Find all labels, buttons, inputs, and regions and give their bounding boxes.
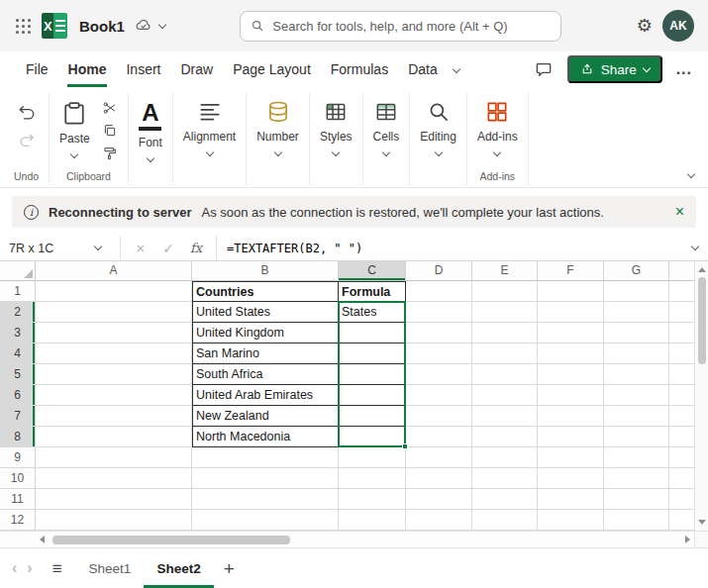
app-launcher-icon[interactable]: [14, 17, 32, 35]
editing-button[interactable]: Editing: [420, 97, 456, 155]
notification-close-icon[interactable]: ×: [675, 204, 684, 220]
cell-A11[interactable]: [36, 489, 192, 510]
cell-E2[interactable]: [472, 302, 538, 323]
cell-E5[interactable]: [472, 364, 538, 385]
cell-C11[interactable]: [339, 489, 406, 510]
cell-A1[interactable]: [36, 281, 192, 302]
scroll-down-arrow[interactable]: [698, 520, 706, 525]
cell-F9[interactable]: [538, 447, 604, 468]
cell-B2[interactable]: United States: [192, 302, 339, 323]
insert-function-button[interactable]: fx: [182, 241, 210, 255]
cell-G9[interactable]: [604, 447, 669, 468]
cell-C1[interactable]: Formula: [339, 281, 406, 302]
cell-B7[interactable]: New Zealand: [192, 406, 339, 427]
sheet-tab-sheet2[interactable]: Sheet2: [144, 548, 213, 588]
cell-A4[interactable]: [36, 343, 192, 364]
row-header-7[interactable]: 7: [0, 406, 36, 427]
cell-C5[interactable]: [339, 364, 406, 385]
add-sheet-button[interactable]: +: [224, 559, 235, 578]
format-painter-button[interactable]: [102, 146, 118, 161]
cell-C7[interactable]: [339, 406, 406, 427]
excel-logo-icon[interactable]: X: [42, 13, 67, 39]
confirm-entry-button[interactable]: ✓: [154, 241, 182, 256]
cell-D12[interactable]: [406, 510, 472, 531]
fill-handle[interactable]: [402, 443, 408, 449]
tab-draw[interactable]: Draw: [179, 51, 214, 87]
undo-button[interactable]: [17, 103, 37, 123]
cell-D7[interactable]: [406, 406, 472, 427]
formula-input[interactable]: =TEXTAFTER(B2, " "): [217, 242, 372, 255]
tab-page-layout[interactable]: Page Layout: [232, 51, 312, 87]
cell-E7[interactable]: [472, 406, 538, 427]
more-options-button[interactable]: ...: [676, 60, 692, 78]
cell-F10[interactable]: [538, 468, 604, 489]
cell-A7[interactable]: [36, 406, 192, 427]
comments-button[interactable]: [534, 59, 554, 79]
search-input[interactable]: [272, 19, 551, 34]
cell-F3[interactable]: [538, 323, 604, 343]
row-header-4[interactable]: 4: [0, 343, 36, 364]
cell-E11[interactable]: [472, 489, 538, 510]
vertical-scrollbar[interactable]: [694, 261, 708, 531]
scroll-right-arrow[interactable]: [685, 536, 690, 543]
column-header-B[interactable]: B: [192, 261, 339, 281]
tab-file[interactable]: File: [25, 51, 50, 87]
workbook-title[interactable]: Book1: [79, 18, 125, 35]
row-header-6[interactable]: 6: [0, 385, 36, 406]
avatar[interactable]: AK: [662, 10, 694, 42]
styles-button[interactable]: Styles: [320, 97, 353, 155]
all-sheets-menu-icon[interactable]: ≡: [52, 560, 62, 577]
cell-F12[interactable]: [538, 510, 604, 531]
search-box[interactable]: [240, 11, 561, 42]
cells-button[interactable]: Cells: [373, 97, 400, 155]
cell-E6[interactable]: [472, 385, 538, 406]
title-chevron-icon[interactable]: [158, 20, 166, 28]
cancel-entry-button[interactable]: ×: [127, 240, 154, 256]
cell-F4[interactable]: [538, 343, 604, 364]
cell-D3[interactable]: [406, 323, 472, 343]
cell-E8[interactable]: [472, 427, 538, 447]
next-sheet-chevron[interactable]: ›: [27, 560, 32, 576]
cell-F7[interactable]: [538, 406, 604, 427]
tab-data[interactable]: Data: [407, 51, 439, 87]
column-header-F[interactable]: F: [538, 261, 604, 281]
cell-E10[interactable]: [472, 468, 538, 489]
cell-D10[interactable]: [406, 468, 472, 489]
cell-G12[interactable]: [604, 510, 669, 531]
cell-D4[interactable]: [406, 343, 472, 364]
horizontal-scroll-track[interactable]: [49, 532, 681, 547]
tab-formulas[interactable]: Formulas: [330, 51, 389, 87]
cell-D2[interactable]: [406, 302, 472, 323]
cell-F2[interactable]: [538, 302, 604, 323]
addins-button[interactable]: Add-ins: [477, 97, 518, 155]
cell-G8[interactable]: [604, 427, 669, 447]
cell-A10[interactable]: [36, 468, 192, 489]
cell-G2[interactable]: [604, 302, 669, 323]
cell-A5[interactable]: [36, 364, 192, 385]
cell-C3[interactable]: [339, 323, 406, 343]
cell-C2[interactable]: States: [339, 302, 406, 323]
cell-F11[interactable]: [538, 489, 604, 510]
cell-D9[interactable]: [406, 447, 472, 468]
cell-E9[interactable]: [472, 447, 538, 468]
prev-sheet-chevron[interactable]: ‹: [12, 560, 17, 576]
cell-G6[interactable]: [604, 385, 669, 406]
column-header-C[interactable]: C: [339, 261, 406, 281]
cell-B11[interactable]: [192, 489, 339, 510]
cell-G11[interactable]: [604, 489, 669, 510]
number-button[interactable]: Number: [256, 97, 299, 155]
cell-B10[interactable]: [192, 468, 339, 489]
row-header-2[interactable]: 2: [0, 302, 36, 323]
horizontal-scrollbar[interactable]: [0, 531, 708, 547]
scroll-up-arrow[interactable]: [698, 267, 706, 272]
cell-F8[interactable]: [538, 427, 604, 447]
alignment-button[interactable]: Alignment: [183, 97, 236, 155]
scroll-left-arrow[interactable]: [40, 536, 45, 543]
paste-button[interactable]: Paste: [59, 97, 90, 157]
row-header-1[interactable]: 1: [0, 281, 36, 302]
cell-B4[interactable]: San Marino: [192, 343, 339, 364]
cell-B6[interactable]: United Arab Emirates: [192, 385, 339, 406]
row-header-8[interactable]: 8: [0, 427, 36, 447]
cell-F6[interactable]: [538, 385, 604, 406]
row-header-3[interactable]: 3: [0, 323, 36, 343]
